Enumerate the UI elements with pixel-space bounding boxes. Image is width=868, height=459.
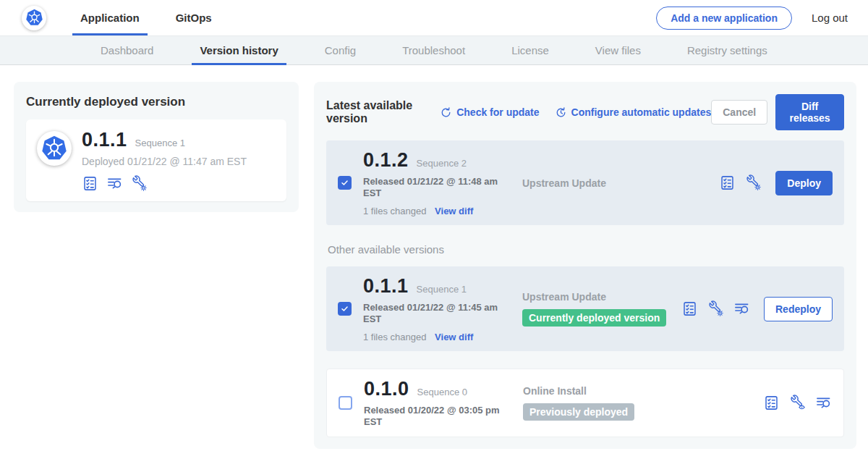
version-info: 0.1.0 Sequence 0 Released 01/20/22 @ 03:…: [364, 378, 520, 428]
version-number: 0.1.0: [364, 378, 409, 400]
tab-application[interactable]: Application: [72, 0, 148, 35]
deploy-logs-icon[interactable]: [815, 395, 832, 411]
subnav-item-troubleshoot[interactable]: Troubleshoot: [394, 36, 473, 64]
deployment-status-badge: Currently deployed version: [522, 309, 666, 327]
version-info: 0.1.1 Sequence 1 Released 01/21/22 @ 11:…: [363, 275, 519, 342]
redeploy-button[interactable]: Redeploy: [764, 297, 833, 321]
tab-gitops[interactable]: GitOps: [168, 0, 220, 35]
release-timestamp: Released 01/21/22 @ 11:48 am EST: [363, 176, 514, 199]
preflight-checks-icon[interactable]: [681, 300, 698, 317]
sequence-label: Sequence 0: [417, 387, 467, 397]
checkmark-icon: [340, 304, 349, 313]
check-for-update-label: Check for update: [456, 106, 539, 118]
subnav-item-license[interactable]: License: [503, 36, 557, 64]
checkmark-icon: [340, 178, 349, 188]
files-changed-label: 1 files changed: [363, 206, 426, 216]
source-label: Online Install: [523, 385, 587, 397]
version-checkbox[interactable]: [338, 302, 352, 316]
deploy-logs-icon[interactable]: [106, 175, 123, 192]
deployed-timestamp: Deployed 01/21/22 @ 11:47 am EST: [82, 156, 247, 167]
deploy-logs-icon[interactable]: [733, 300, 750, 317]
release-timestamp: Released 01/20/22 @ 03:05 pm EST: [364, 405, 514, 428]
auto-update-clock-icon: [555, 106, 567, 119]
version-history-page: Currently deployed version 0.1.1 Sequenc…: [0, 65, 868, 449]
kubernetes-logo-icon: [40, 134, 69, 163]
edit-config-icon[interactable]: [707, 300, 724, 317]
logout-button[interactable]: Log out: [812, 12, 848, 24]
view-diff-link[interactable]: View diff: [435, 206, 473, 216]
deployed-version-number: 0.1.1: [82, 129, 127, 151]
version-number: 0.1.2: [363, 149, 409, 172]
source-label: Upstream Update: [522, 291, 606, 303]
subnav-item-registry-settings[interactable]: Registry settings: [679, 36, 775, 64]
app-subnav: Dashboard Version history Config Trouble…: [0, 35, 868, 65]
preflight-checks-icon[interactable]: [82, 175, 98, 192]
preflight-checks-icon[interactable]: [763, 395, 780, 411]
subnav-item-version-history[interactable]: Version history: [192, 36, 286, 64]
sequence-label: Sequence 2: [417, 158, 467, 169]
version-row-0-1-0: 0.1.0 Sequence 0 Released 01/20/22 @ 03:…: [326, 369, 844, 437]
edit-config-icon[interactable]: [131, 175, 148, 192]
version-checkbox[interactable]: [338, 176, 352, 190]
files-changed-label: 1 files changed: [363, 332, 426, 342]
check-for-update-link[interactable]: Check for update: [440, 106, 539, 119]
source-label: Upstream Update: [522, 177, 606, 189]
subnav-item-dashboard[interactable]: Dashboard: [93, 36, 161, 64]
application-icon: [37, 131, 72, 166]
deploy-button[interactable]: Deploy: [775, 171, 833, 195]
deployed-version-card: 0.1.1 Sequence 1 Deployed 01/21/22 @ 11:…: [26, 119, 286, 201]
refresh-icon: [440, 106, 452, 119]
app-tabs: Application GitOps: [72, 0, 240, 35]
version-source: Upstream Update Currently deployed versi…: [519, 291, 681, 327]
app-logo: [22, 6, 46, 30]
kubernetes-logo-icon: [25, 8, 44, 28]
configure-automatic-updates-label: Configure automatic updates: [571, 106, 712, 118]
deployment-status-badge: Previously deployed: [523, 403, 634, 421]
version-actions: Deploy: [719, 171, 833, 195]
deployed-sequence-label: Sequence 1: [135, 138, 185, 148]
other-versions-label: Other available versions: [328, 243, 843, 256]
diff-releases-button[interactable]: Diff releases: [775, 94, 844, 130]
version-actions: [763, 395, 832, 411]
version-row-0-1-2: 0.1.2 Sequence 2 Released 01/21/22 @ 11:…: [326, 140, 844, 225]
add-application-button[interactable]: Add a new application: [656, 7, 792, 30]
top-navigation: Application GitOps Add a new application…: [0, 0, 868, 35]
preflight-checks-icon[interactable]: [719, 174, 736, 191]
configure-automatic-updates-link[interactable]: Configure automatic updates: [555, 106, 712, 119]
latest-available-title: Latest available version: [326, 99, 425, 125]
currently-deployed-panel: Currently deployed version 0.1.1 Sequenc…: [14, 82, 299, 212]
cancel-button[interactable]: Cancel: [711, 100, 767, 125]
edit-config-icon[interactable]: [745, 174, 762, 191]
available-versions-panel: Latest available version Check for updat…: [314, 82, 856, 449]
view-config-icon[interactable]: [789, 395, 806, 411]
version-source: Online Install Previously deployed: [520, 385, 763, 421]
version-row-0-1-1: 0.1.1 Sequence 1 Released 01/21/22 @ 11:…: [326, 266, 844, 351]
view-diff-link[interactable]: View diff: [435, 332, 473, 342]
subnav-item-config[interactable]: Config: [317, 36, 364, 64]
version-checkbox[interactable]: [339, 396, 352, 410]
release-timestamp: Released 01/21/22 @ 11:45 am EST: [363, 302, 514, 325]
sequence-label: Sequence 1: [417, 284, 467, 295]
version-source: Upstream Update: [519, 177, 719, 189]
subnav-item-view-files[interactable]: View files: [587, 36, 649, 64]
available-versions-header: Latest available version Check for updat…: [326, 94, 844, 130]
currently-deployed-title: Currently deployed version: [26, 95, 286, 109]
version-actions: Redeploy: [681, 297, 833, 321]
version-number: 0.1.1: [363, 275, 409, 298]
version-info: 0.1.2 Sequence 2 Released 01/21/22 @ 11:…: [363, 149, 519, 216]
